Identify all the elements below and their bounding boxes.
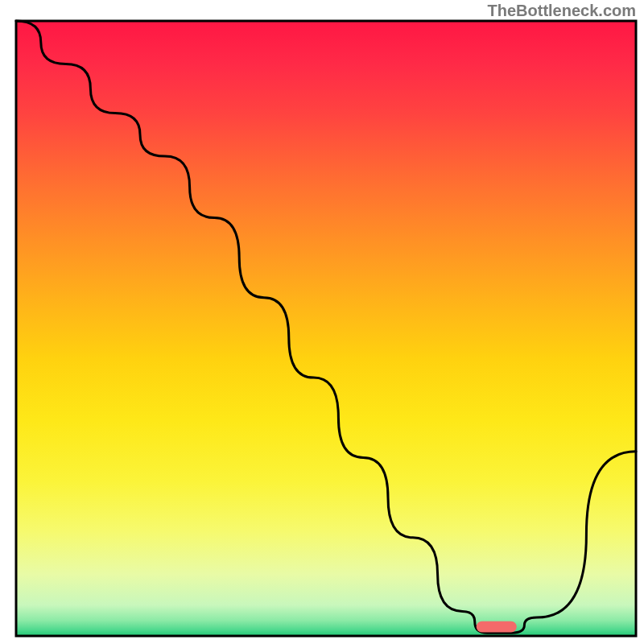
chart-container: TheBottleneck.com <box>0 0 644 644</box>
watermark-text: TheBottleneck.com <box>488 2 636 20</box>
optimal-zone-marker <box>477 621 517 633</box>
plot-area <box>0 0 644 644</box>
chart-svg <box>0 0 644 644</box>
